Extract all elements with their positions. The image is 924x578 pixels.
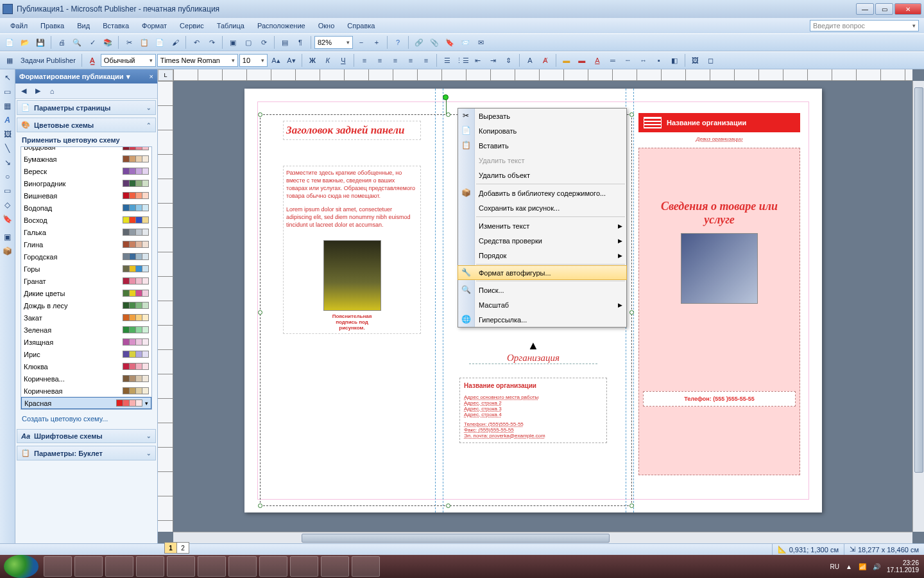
arrow-tool[interactable]: ↘ <box>1 156 14 169</box>
columns-button[interactable]: ▤ <box>278 35 292 49</box>
scheme-row[interactable]: Клюква <box>21 360 151 372</box>
justify-button[interactable]: ≡ <box>404 53 418 67</box>
scheme-row[interactable]: Зеленая <box>21 324 151 336</box>
scheme-row[interactable]: Закат <box>21 311 151 324</box>
taskpane-dropdown-icon[interactable]: ▾ <box>126 73 130 81</box>
open-button[interactable]: 📂 <box>18 35 32 49</box>
insert-shape-button[interactable]: ◻ <box>704 53 718 67</box>
front-panel[interactable]: Сведения о товаре или услуге Телефон: (5… <box>638 148 800 475</box>
design-gallery-tool[interactable]: ▣ <box>1 231 14 243</box>
taskbar-app3[interactable] <box>259 556 287 577</box>
scheme-row[interactable]: Вишневая <box>21 189 151 202</box>
line-style-button[interactable]: ═ <box>606 53 620 67</box>
send-back-button[interactable]: ▢ <box>241 35 255 49</box>
ctx-item[interactable]: 🔍Поиск... <box>458 283 626 297</box>
select-tool[interactable]: ↖ <box>1 71 14 84</box>
front-slogan[interactable]: Девиз организации <box>638 136 800 142</box>
zoom-in-button[interactable]: + <box>370 35 384 49</box>
rotate-handle[interactable] <box>443 94 449 100</box>
spell-button[interactable]: ✓ <box>85 35 99 49</box>
autoshapes-tool[interactable]: ◇ <box>1 198 14 211</box>
underline-button[interactable]: Ч <box>336 53 350 67</box>
taskpane-home-icon[interactable]: ⌂ <box>46 85 58 97</box>
help-button[interactable]: ? <box>391 35 405 49</box>
rect-tool[interactable]: ▭ <box>1 184 14 197</box>
taskbar-explorer[interactable] <box>105 556 133 577</box>
print-button[interactable]: 🖨 <box>55 35 69 49</box>
tray-clock[interactable]: 23:2617.11.2019 <box>887 559 919 574</box>
tray-lang[interactable]: RU <box>830 563 839 570</box>
section-font-schemes[interactable]: AaШрифтовые схемы⌄ <box>17 429 156 443</box>
scheme-row[interactable]: Дождь в лесу <box>21 299 151 311</box>
cut-button[interactable]: ✂ <box>122 35 136 49</box>
research-button[interactable]: 📚 <box>101 35 115 49</box>
bring-front-button[interactable]: ▣ <box>226 35 240 49</box>
distribute-button[interactable]: ≡ <box>419 53 433 67</box>
vertical-scrollbar[interactable] <box>912 81 924 532</box>
zoom-out-button[interactable]: − <box>354 35 368 49</box>
taskbar-app1[interactable] <box>136 556 164 577</box>
shadow-button[interactable]: ▪ <box>652 53 666 67</box>
bookmarks-tool[interactable]: 🔖 <box>1 213 14 225</box>
tray-volume-icon[interactable]: 🔊 <box>873 563 880 570</box>
copy-button[interactable]: 📋 <box>137 35 151 49</box>
section-booklet-params[interactable]: 📋Параметры: Буклет⌄ <box>17 446 156 460</box>
taskbar-app2[interactable] <box>167 556 195 577</box>
table-tool[interactable]: ▦ <box>1 100 14 112</box>
increase-indent-button[interactable]: ⇥ <box>486 53 501 67</box>
fill-color-button[interactable]: ▬ <box>560 53 574 67</box>
front-org-header[interactable]: Название организации <box>638 113 800 132</box>
horizontal-ruler[interactable] <box>173 69 912 81</box>
scheme-row[interactable]: Городская <box>21 250 151 263</box>
ctx-item[interactable]: 📦Добавить в библиотеку содержимого... <box>458 186 626 200</box>
taskbar-ie[interactable] <box>44 556 72 577</box>
taskpane-back-icon[interactable]: ◀ <box>18 85 30 97</box>
page-tab-1[interactable]: 1 <box>164 542 177 554</box>
menu-arrange[interactable]: Расположение <box>252 20 311 31</box>
back-panel-body[interactable]: Разместите здесь краткие обобщенные, но … <box>283 166 421 334</box>
textbox-tool[interactable]: ▭ <box>1 85 14 98</box>
scheme-row[interactable]: Изящная <box>21 336 151 348</box>
menu-edit[interactable]: Правка <box>35 20 69 31</box>
tray-network-icon[interactable]: 📶 <box>859 563 866 570</box>
vertical-ruler[interactable] <box>158 81 173 532</box>
ctx-item[interactable]: Сохранить как рисунок... <box>458 200 626 215</box>
scheme-row[interactable]: Вереск <box>21 165 151 177</box>
close-button[interactable]: ✕ <box>894 3 921 15</box>
ctx-item[interactable]: Средства проверки▶ <box>458 233 626 248</box>
ctx-item[interactable]: 🔧Формат автофигуры... <box>458 265 627 280</box>
content-library-tool[interactable]: 📦 <box>1 245 14 258</box>
menu-window[interactable]: Окно <box>313 20 340 31</box>
menu-tools[interactable]: Сервис <box>175 20 209 31</box>
webtools-2[interactable]: 📎 <box>427 35 441 49</box>
menu-view[interactable]: Вид <box>72 20 95 31</box>
ctx-item[interactable]: Изменить текст▶ <box>458 218 626 233</box>
bold-button[interactable]: Ж <box>305 53 320 67</box>
taskbar-powerpoint[interactable] <box>321 556 349 577</box>
back-panel-caption[interactable]: Пояснительная подпись под рисунком. <box>323 313 381 331</box>
clear-format-button[interactable]: A̸ <box>538 53 552 67</box>
canvas[interactable]: L Заголов <box>158 69 924 543</box>
tray-flag-icon[interactable]: ▲ <box>846 563 852 570</box>
scheme-row[interactable]: Гранат <box>21 275 151 287</box>
taskbar-publisher[interactable] <box>352 556 380 577</box>
menu-file[interactable]: Файл <box>5 20 33 31</box>
webtools-4[interactable]: 📨 <box>458 35 472 49</box>
tasks-icon[interactable]: ▦ <box>3 53 17 67</box>
scheme-row[interactable]: Галька <box>21 226 151 238</box>
picture-tool[interactable]: 🖼 <box>1 128 14 141</box>
line-color-button[interactable]: ▬ <box>575 53 589 67</box>
scheme-row[interactable]: Коричнева... <box>21 372 151 385</box>
scheme-row[interactable]: Красная▾ <box>21 397 151 409</box>
wordart-tool[interactable]: A <box>1 114 14 127</box>
taskbar-yandex2[interactable] <box>228 556 257 577</box>
webtools-5[interactable]: ✉ <box>474 35 488 49</box>
color-scheme-list[interactable]: БордоваяБумажнаяВерескВиноградникВишнева… <box>21 146 152 410</box>
scheme-row[interactable]: Восход <box>21 214 151 226</box>
front-image[interactable] <box>681 233 758 304</box>
ask-question-box[interactable]: Введите вопрос <box>810 20 919 31</box>
taskbar-word[interactable] <box>290 556 318 577</box>
ctx-item[interactable]: ✂Вырезать <box>458 109 626 123</box>
back-panel[interactable]: Заголовок задней панели <box>283 121 421 140</box>
minimize-button[interactable]: — <box>856 3 874 15</box>
